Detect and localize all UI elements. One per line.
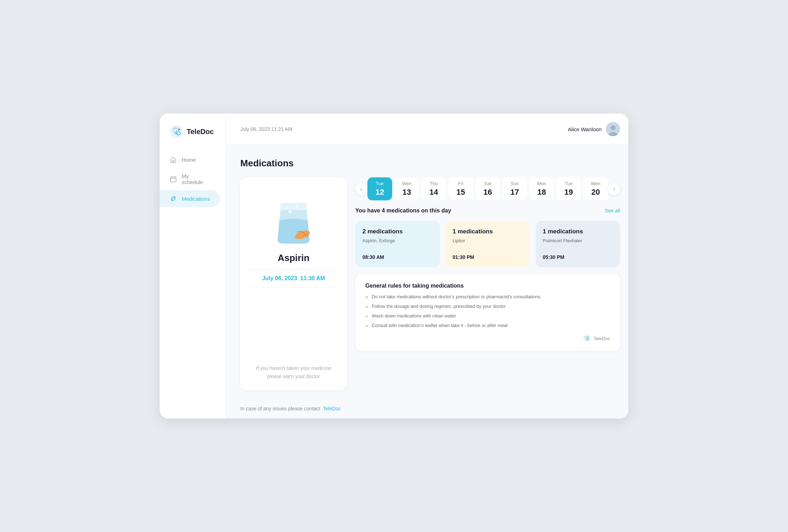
time-card-0: 2 medications Aspirin, Exforge 08:30 AM xyxy=(355,221,440,267)
medication-card: Aspirin July 06, 2023 11:30 AM If you ha… xyxy=(240,177,347,390)
rule-item-0: ♥ Do not take medications without doctor… xyxy=(365,294,610,300)
rule-dot: ♥ xyxy=(365,323,368,329)
sidebar-logo: 🩺 TeleDoc xyxy=(160,125,226,151)
calendar-day-number: 16 xyxy=(483,188,492,197)
medication-time-cards: 2 medications Aspirin, Exforge 08:30 AM … xyxy=(355,221,620,267)
avatar xyxy=(606,122,620,136)
time-card-meds: Aspirin, Exforge xyxy=(362,238,433,243)
sidebar-item-schedule-label: My schedule xyxy=(182,173,210,185)
rule-item-2: ♥ Wash down medications with clean water xyxy=(365,313,610,319)
calendar-day-number: 17 xyxy=(510,188,519,197)
time-card-meds: Pulmicort Flexhaler xyxy=(543,238,613,243)
header: July 06, 2023 11:21 AM Alice Wanloon xyxy=(226,113,628,145)
calendar-day-12[interactable]: Tue 12 xyxy=(367,177,392,200)
calendar-day-16[interactable]: Sat 16 xyxy=(475,177,500,200)
med-date: July 06, 2023 xyxy=(262,275,297,281)
medication-datetime: July 06, 2023 11:30 AM xyxy=(250,269,337,288)
svg-rect-2 xyxy=(173,160,174,162)
rule-text: Consult with medication's leaflet when t… xyxy=(372,323,508,328)
username: Alice Wanloon xyxy=(568,126,602,132)
medication-note: If you haven't taken your medicine pleas… xyxy=(250,364,337,380)
calendar-icon xyxy=(170,176,177,183)
rules-footer: 🩺 TeleDoc xyxy=(365,334,610,342)
sidebar-item-medications-label: Medications xyxy=(182,196,210,202)
header-datetime: July 06, 2023 11:21 AM xyxy=(240,126,292,132)
medications-summary-title: You have 4 medications on this day xyxy=(355,207,451,214)
app-name: TeleDoc xyxy=(187,128,214,136)
svg-point-10 xyxy=(296,205,299,208)
calendar-day-18[interactable]: Mon 18 xyxy=(529,177,554,200)
calendar-prev-button[interactable]: ‹ xyxy=(355,183,367,195)
rules-list: ♥ Do not take medications without doctor… xyxy=(365,294,610,329)
rules-footer-brand: TeleDoc xyxy=(593,336,610,341)
time-card-count: 1 medications xyxy=(453,228,523,235)
calendar-strip: ‹ Tue 12 Wen 13 Thu 14 Fri 15 Sat 16 Sun… xyxy=(355,177,620,200)
content-grid: Aspirin July 06, 2023 11:30 AM If you ha… xyxy=(240,177,620,390)
calendar-day-number: 19 xyxy=(564,188,573,197)
svg-rect-3 xyxy=(170,177,176,182)
time-card-time: 01:30 PM xyxy=(453,254,523,260)
svg-point-9 xyxy=(288,210,292,214)
calendar-day-number: 14 xyxy=(429,188,438,197)
svg-point-7 xyxy=(611,125,615,130)
calendar-day-name: Wen xyxy=(591,181,601,186)
rule-item-3: ♥ Consult with medication's leaflet when… xyxy=(365,323,610,329)
footer-text: In case of any issues please contact xyxy=(240,406,320,411)
sidebar-item-medications[interactable]: Medications xyxy=(160,190,220,207)
see-all-link[interactable]: See all xyxy=(605,208,620,214)
calendar-day-name: Thu xyxy=(430,181,438,186)
med-time: 11:30 AM xyxy=(300,275,325,281)
calendar-day-name: Mon xyxy=(537,181,546,186)
rules-teledoc-icon: 🩺 xyxy=(583,334,591,342)
rule-text: Do not take medications without doctor's… xyxy=(372,294,541,299)
calendar-day-name: Sun xyxy=(510,181,519,186)
avatar-image xyxy=(606,122,620,136)
rule-dot: ♥ xyxy=(365,294,368,300)
rule-dot: ♥ xyxy=(365,304,368,310)
rules-title: General rules for taking medications xyxy=(365,283,610,289)
calendar-day-name: Sat xyxy=(484,181,491,186)
rule-text: Follow the dosage and dosing regimen, pr… xyxy=(372,304,505,309)
calendar-day-number: 15 xyxy=(456,188,465,197)
footer: In case of any issues please contact Tel… xyxy=(226,399,628,419)
rule-dot: ♥ xyxy=(365,314,368,319)
calendar-day-name: Wen xyxy=(402,181,412,186)
page-title: Medications xyxy=(240,158,620,169)
sidebar: 🩺 TeleDoc Home My schedule xyxy=(160,113,226,419)
sidebar-nav: Home My schedule Medications xyxy=(160,151,226,207)
calendar-day-13[interactable]: Wen 13 xyxy=(394,177,419,200)
rule-item-1: ♥ Follow the dosage and dosing regimen, … xyxy=(365,304,610,310)
home-icon xyxy=(170,156,177,163)
calendar-next-button[interactable]: › xyxy=(608,183,620,195)
sidebar-item-home[interactable]: Home xyxy=(160,151,220,168)
pill-icon xyxy=(170,195,177,202)
calendar-day-name: Tue xyxy=(565,181,573,186)
calendar-day-number: 18 xyxy=(537,188,546,197)
rules-card: General rules for taking medications ♥ D… xyxy=(355,274,620,351)
time-card-1: 1 medications Lipitor 01:30 PM xyxy=(445,221,530,267)
calendar-day-number: 12 xyxy=(376,188,384,197)
medications-summary-header: You have 4 medications on this day See a… xyxy=(355,207,620,214)
time-card-time: 08:30 AM xyxy=(362,254,433,260)
svg-text:🩺: 🩺 xyxy=(172,127,181,135)
glass-illustration xyxy=(269,189,318,245)
content-area: Medications xyxy=(226,145,628,399)
time-card-count: 2 medications xyxy=(362,228,433,235)
time-card-2: 1 medications Pulmicort Flexhaler 05:30 … xyxy=(536,221,620,267)
footer-link[interactable]: TeleDoc xyxy=(323,406,341,411)
calendar-day-17[interactable]: Sun 17 xyxy=(502,177,527,200)
right-panel: ‹ Tue 12 Wen 13 Thu 14 Fri 15 Sat 16 Sun… xyxy=(355,177,620,390)
app-container: 🩺 TeleDoc Home My schedule xyxy=(160,113,628,419)
calendar-day-number: 20 xyxy=(591,188,600,197)
main-content: July 06, 2023 11:21 AM Alice Wanloon Med… xyxy=(226,113,628,419)
user-profile[interactable]: Alice Wanloon xyxy=(568,122,620,136)
calendar-day-20[interactable]: Wen 20 xyxy=(583,177,608,200)
time-card-meds: Lipitor xyxy=(453,238,523,243)
calendar-day-14[interactable]: Thu 14 xyxy=(421,177,446,200)
calendar-day-15[interactable]: Fri 15 xyxy=(448,177,473,200)
rule-text: Wash down medications with clean water xyxy=(372,313,456,318)
medication-illustration xyxy=(265,189,322,245)
sidebar-item-schedule[interactable]: My schedule xyxy=(160,168,220,190)
medication-name: Aspirin xyxy=(278,253,310,264)
calendar-day-19[interactable]: Tue 19 xyxy=(556,177,581,200)
